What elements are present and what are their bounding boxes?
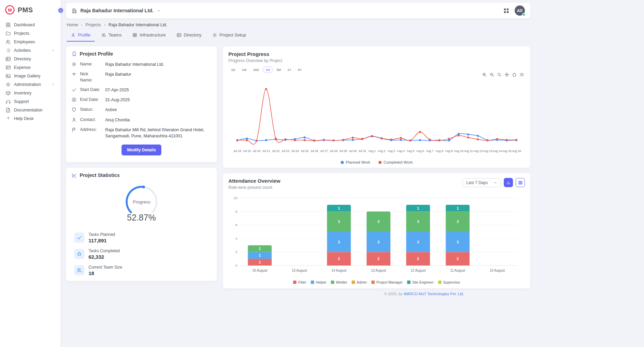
range-pill-1y[interactable]: 1Y (285, 66, 294, 73)
sidebar-item-activities[interactable]: Activities (0, 46, 61, 55)
field-label: Start Date: (80, 87, 102, 93)
app-logo[interactable]: M PMS (0, 0, 61, 20)
legend-welder[interactable]: Welder (331, 280, 347, 284)
legend-supervisor[interactable]: Supervisor (438, 280, 460, 284)
sidebar-item-label: Image Gallery (14, 74, 41, 78)
legend-helper[interactable]: Helper (311, 280, 326, 284)
svg-text:Jul 22: Jul 22 (272, 149, 280, 153)
svg-text:Jul 25: Jul 25 (301, 149, 308, 153)
sidebar-item-dashboard[interactable]: Dashboard (0, 20, 61, 29)
chevron-right-icon (51, 82, 55, 87)
sidebar-item-label: Expense (14, 65, 31, 70)
sidebar-item-administration[interactable]: Administration (0, 80, 61, 89)
company-selector[interactable]: Raja Bahadur International Ltd. (71, 8, 161, 14)
range-pill-1w[interactable]: 1W (239, 66, 249, 73)
project-progress-card: Project Progress Progress Overview by Pr… (223, 46, 530, 168)
sidebar-item-image-gallery[interactable]: Image Gallery (0, 72, 61, 80)
legend-admin[interactable]: Admin (352, 280, 367, 284)
magnifier-icon[interactable] (497, 72, 502, 77)
svg-text:3: 3 (457, 220, 459, 224)
breadcrumb-item-projects[interactable]: Projects (85, 22, 101, 27)
zoom-in-icon[interactable] (482, 72, 487, 77)
profile-fields: Name:Raja Bahadur International Ltd.Nick… (71, 61, 211, 139)
bar-view-toggle[interactable] (504, 178, 513, 187)
stat-value: 117,891 (88, 238, 115, 243)
progress-percentage: 52.87% (71, 213, 211, 223)
sidebar-item-employees[interactable]: Employees (0, 37, 61, 46)
tab-label: Project Setup (220, 32, 246, 37)
svg-text:15 August: 15 August (292, 269, 307, 272)
range-pill-15d[interactable]: 15D (250, 66, 261, 73)
sidebar-item-inventory[interactable]: Inventory (0, 89, 61, 97)
tab-profile[interactable]: Profile (67, 30, 95, 42)
user-avatar[interactable]: AD (515, 5, 525, 16)
sidebar-item-projects[interactable]: Projects (0, 29, 61, 37)
apps-grid-icon[interactable] (503, 7, 510, 14)
progress-line-chart[interactable]: Jul 18Jul 19Jul 20Jul 21Jul 22Jul 23Jul … (228, 80, 524, 157)
sidebar-item-expense[interactable]: Expense (0, 63, 61, 72)
legend-fitter[interactable]: Fitter (293, 280, 306, 284)
svg-text:8: 8 (236, 210, 237, 213)
field-value: Raja Bahadur Mill Rd, behind Sheraton Gr… (105, 127, 211, 139)
field-label: Name: (80, 61, 102, 67)
date-range-select[interactable]: Last 7 Days (463, 178, 501, 187)
chart-icon (71, 172, 77, 178)
svg-text:3: 3 (338, 220, 340, 224)
svg-text:Jul 26: Jul 26 (310, 149, 318, 153)
star-icon (77, 251, 82, 257)
check-icon (77, 235, 82, 240)
sidebar-item-label: Directory (14, 57, 31, 61)
menu-icon[interactable] (519, 72, 524, 77)
tab-infrastructure[interactable]: Infrastructure (128, 30, 170, 42)
tab-teams[interactable]: Teams (97, 30, 126, 42)
statistics-card-title: Project Statistics (80, 172, 120, 178)
pan-icon[interactable] (504, 72, 509, 77)
tab-directory[interactable]: Directory (173, 30, 206, 42)
attendance-bar-chart[interactable]: 024681011116 August15 August233114 Augus… (228, 195, 520, 278)
field-label: End Date: (80, 97, 102, 103)
employees-icon (5, 39, 11, 45)
modify-details-button[interactable]: Modify Details (122, 145, 161, 155)
tab-project-setup[interactable]: Project Setup (208, 30, 250, 42)
activities-icon (5, 48, 11, 53)
zoom-out-icon[interactable] (489, 72, 494, 77)
sidebar-item-label: Dashboard (14, 22, 35, 27)
svg-text:4: 4 (236, 237, 237, 240)
range-pill-1m[interactable]: 1M (263, 66, 273, 73)
svg-text:Aug 1: Aug 1 (368, 149, 376, 153)
tab-label: Infrastructure (140, 32, 166, 37)
svg-text:Jul 31: Jul 31 (358, 149, 366, 153)
sidebar-collapse-button[interactable] (58, 7, 64, 14)
profile-field-status: Status:Active (71, 107, 211, 113)
range-pill-1d[interactable]: 1D (228, 66, 238, 73)
legend-site-engineer[interactable]: Site Engineer (407, 280, 434, 284)
svg-text:Aug 5: Aug 5 (407, 149, 415, 153)
legend-completed-work[interactable]: Completed Work (379, 160, 413, 164)
sidebar-item-help-desk[interactable]: Help Desk (0, 114, 61, 123)
sidebar-item-documentation[interactable]: Documentation (0, 106, 61, 114)
legend-project-manager[interactable]: Project Manager (371, 280, 403, 284)
svg-text:6: 6 (236, 223, 237, 227)
directory-icon (5, 56, 11, 62)
home-icon[interactable] (512, 72, 517, 77)
range-pills: 1D1W15D1M3M1Y5Y (228, 66, 525, 73)
svg-text:2: 2 (338, 257, 340, 261)
svg-text:Jul 23: Jul 23 (281, 149, 289, 153)
chevron-right-icon (51, 48, 55, 52)
breadcrumb-item-home[interactable]: Home (67, 22, 78, 27)
footer-company-link[interactable]: MARCO AIoT Technologies Pvt. Ltd. (404, 292, 464, 296)
svg-text:Progress: Progress (132, 199, 150, 205)
person-icon (71, 33, 76, 37)
sidebar-item-directory[interactable]: Directory (0, 55, 61, 63)
svg-text:10 August: 10 August (490, 269, 505, 272)
project-profile-card: Project Profile Name:Raja Bahadur Intern… (66, 46, 217, 162)
shield-icon (71, 107, 77, 112)
range-pill-5y[interactable]: 5Y (295, 66, 305, 73)
range-pill-3m[interactable]: 3M (274, 66, 284, 73)
sidebar-item-label: Documentation (14, 108, 43, 112)
table-view-toggle[interactable] (516, 178, 525, 187)
sidebar-item-support[interactable]: Support (0, 97, 61, 106)
legend-planned-work[interactable]: Planned Work (341, 160, 370, 164)
topbar: Raja Bahadur International Ltd. AD (66, 3, 530, 18)
stat-tasks-completed: Tasks Completed62,332 (74, 248, 209, 260)
